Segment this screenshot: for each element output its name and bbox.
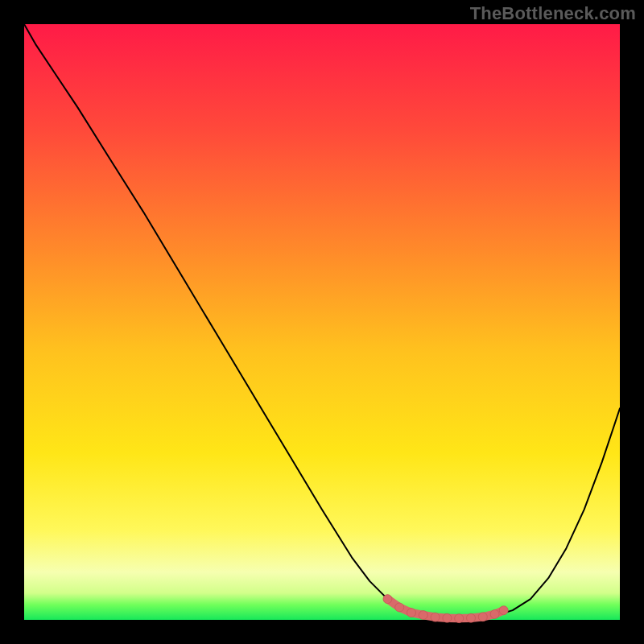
optimum-marker-dot [383, 595, 392, 604]
optimum-marker-dot [443, 613, 452, 622]
bottleneck-chart [0, 0, 644, 644]
optimum-marker-dot [419, 611, 427, 620]
optimum-marker-dot [395, 603, 404, 612]
optimum-marker-dot [499, 606, 508, 615]
optimum-marker-dot [478, 613, 487, 621]
optimum-marker-dot [490, 609, 499, 618]
plot-background [24, 24, 620, 620]
watermark-label: TheBottleneck.com [470, 3, 636, 24]
optimum-marker-dot [467, 613, 476, 622]
optimum-marker-dot [407, 609, 416, 617]
chart-stage: TheBottleneck.com [0, 0, 644, 644]
optimum-marker-dot [431, 613, 440, 621]
optimum-marker-dot [455, 614, 464, 623]
